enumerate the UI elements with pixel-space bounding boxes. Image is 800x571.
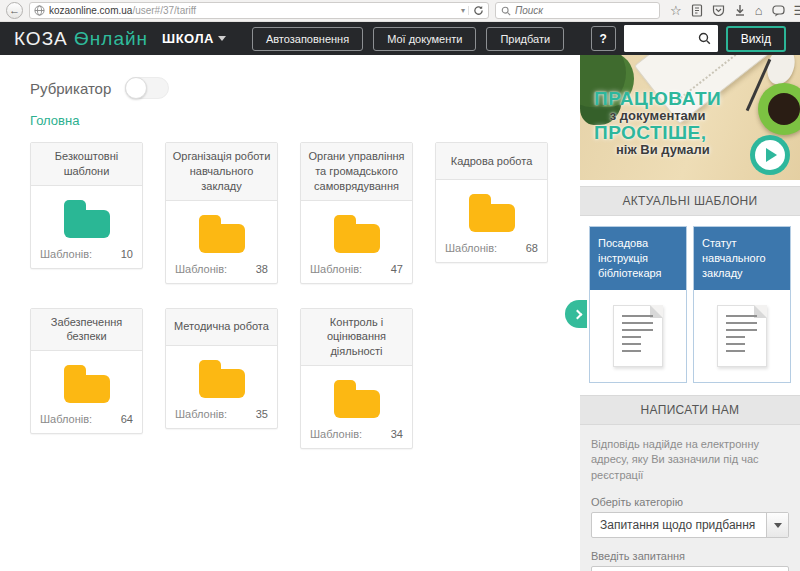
site-section-label: ШКОЛА: [162, 31, 214, 46]
write-us-form: Відповідь надійде на електронну адресу, …: [580, 425, 800, 571]
browser-action-icons: ☆ ⌂ ☰: [670, 4, 800, 17]
address-bar[interactable]: kozaonline.com.ua/user#/37/tariff ▾: [29, 2, 489, 19]
banner-line-4: ніж Ви думали: [594, 143, 721, 157]
download-icon[interactable]: [734, 4, 746, 17]
category-label: Оберіть категорію: [591, 496, 789, 508]
template-title: Посадова інструкція бібліотекаря: [590, 227, 686, 290]
promo-banner[interactable]: ПРАЦЮВАТИ з документами ПРОСТІШЕ, ніж Ви…: [580, 55, 800, 180]
templates-count-value: 64: [121, 413, 133, 425]
my-documents-button[interactable]: Мої документи: [373, 27, 476, 51]
templates-count-value: 35: [256, 408, 268, 420]
folders-row-1: Безкоштовні шаблони Шаблонів:10 Організа…: [30, 142, 580, 284]
logout-button[interactable]: Вихід: [726, 26, 786, 52]
app-header: КОЗА Ѳнлайн ШКОЛА Автозаповнення Мої док…: [0, 22, 800, 55]
autofill-button[interactable]: Автозаповнення: [252, 27, 363, 51]
url-host: kozaonline.com.ua: [49, 5, 132, 16]
folder-card[interactable]: Безкоштовні шаблони Шаблонів:10: [30, 142, 143, 269]
play-button[interactable]: [750, 135, 790, 175]
search-icon: [501, 6, 511, 16]
browser-search-input[interactable]: [515, 5, 654, 16]
write-us-note: Відповідь надійде на електронну адресу, …: [591, 437, 789, 485]
banner-line-3: ПРОСТІШЕ,: [594, 123, 721, 143]
chevron-down-icon: [774, 523, 782, 528]
document-icon: [613, 305, 663, 367]
folder-card[interactable]: Методична робота Шаблонів:35: [165, 308, 278, 429]
templates-count-label: Шаблонів:: [175, 408, 227, 420]
folder-title: Організація роботи навчального закладу: [166, 143, 277, 201]
folder-card[interactable]: Забезпечення безпеки Шаблонів:64: [30, 308, 143, 435]
banner-line-1: ПРАЦЮВАТИ: [594, 89, 721, 109]
templates-count-label: Шаблонів:: [40, 248, 92, 260]
menu-icon[interactable]: ☰: [794, 4, 800, 17]
template-card[interactable]: Статут навчального закладу: [693, 226, 791, 383]
url-dropdown-caret-icon[interactable]: ▾: [458, 6, 469, 15]
folder-title: Кадрова робота: [436, 143, 547, 180]
home-icon[interactable]: ⌂: [755, 4, 763, 17]
folder-icon: [469, 194, 515, 232]
folder-title: Контроль і оцінювання діяльності: [301, 309, 412, 367]
templates-count-label: Шаблонів:: [310, 428, 362, 440]
folder-icon: [64, 365, 110, 403]
templates-count-value: 68: [526, 242, 538, 254]
banner-line-2: з документами: [594, 109, 721, 123]
browser-search[interactable]: [495, 2, 660, 19]
search-icon: [698, 32, 711, 45]
help-button[interactable]: ?: [591, 26, 616, 51]
folder-title: Методична робота: [166, 309, 277, 346]
banner-text: ПРАЦЮВАТИ з документами ПРОСТІШЕ, ніж Ви…: [594, 89, 721, 156]
folder-title: Забезпечення безпеки: [31, 309, 142, 352]
site-search-input[interactable]: [624, 25, 692, 52]
purchase-button[interactable]: Придбати: [486, 27, 564, 51]
question-label: Введіть запитання: [591, 550, 789, 562]
actual-templates-header: АКТУАЛЬНІ ШАБЛОНИ: [580, 186, 800, 216]
category-selected-value: Запитання щодо придбання: [592, 513, 766, 537]
folder-card[interactable]: Органи управління та громадського самовр…: [300, 142, 413, 284]
category-select[interactable]: Запитання щодо придбання: [591, 512, 789, 538]
browser-toolbar: ← kozaonline.com.ua/user#/37/tariff ▾ ☆ …: [0, 0, 800, 22]
bookmarks-sidebar-icon[interactable]: [691, 4, 703, 17]
actual-templates-list: Посадова інструкція бібліотекаря Статут …: [580, 216, 800, 393]
folder-icon: [64, 200, 110, 238]
templates-count-label: Шаблонів:: [175, 263, 227, 275]
question-textarea[interactable]: [591, 566, 789, 571]
back-icon[interactable]: ←: [6, 2, 23, 19]
templates-count-label: Шаблонів:: [40, 413, 92, 425]
reload-icon[interactable]: [473, 5, 484, 16]
chat-icon[interactable]: [772, 5, 785, 17]
app-logo[interactable]: КОЗА Ѳнлайн: [14, 28, 148, 50]
coffee-cup-decoration: [758, 83, 800, 135]
header-right: ? Вихід: [591, 25, 786, 52]
folder-icon: [334, 380, 380, 418]
folder-card[interactable]: Організація роботи навчального закладу Ш…: [165, 142, 278, 284]
folder-card[interactable]: Контроль і оцінювання діяльності Шаблоні…: [300, 308, 413, 450]
templates-count-value: 38: [256, 263, 268, 275]
site-search-button[interactable]: [692, 25, 718, 52]
header-nav: Автозаповнення Мої документи Придбати: [252, 27, 564, 51]
folder-icon: [199, 360, 245, 398]
chevron-right-icon: [572, 309, 582, 319]
folder-card[interactable]: Кадрова робота Шаблонів:68: [435, 142, 548, 263]
folder-icon: [334, 215, 380, 253]
templates-count-label: Шаблонів:: [310, 263, 362, 275]
rubricator-label: Рубрикатор: [30, 80, 111, 97]
logo-primary: КОЗА: [14, 28, 68, 49]
breadcrumb-home-link[interactable]: Головна: [30, 113, 79, 128]
document-icon: [717, 305, 767, 367]
url-path: /user#/37/tariff: [132, 5, 196, 16]
template-card[interactable]: Посадова інструкція бібліотекаря: [589, 226, 687, 383]
main-content: Рубрикатор Головна Безкоштовні шаблони Ш…: [0, 55, 580, 571]
rubricator-toggle[interactable]: [125, 77, 169, 99]
pocket-icon[interactable]: [712, 4, 725, 17]
template-title: Статут навчального закладу: [694, 227, 790, 290]
bookmark-star-icon[interactable]: ☆: [670, 4, 682, 17]
select-dropdown-button[interactable]: [766, 513, 788, 537]
url-text: kozaonline.com.ua/user#/37/tariff: [49, 5, 454, 16]
sidebar-pull-tab[interactable]: [565, 300, 587, 328]
logo-accent: Ѳнлайн: [74, 28, 148, 49]
folder-title: Безкоштовні шаблони: [31, 143, 142, 186]
site-section-dropdown[interactable]: ШКОЛА: [162, 31, 226, 46]
chevron-down-icon: [218, 36, 226, 41]
globe-icon: [34, 5, 45, 16]
templates-count-label: Шаблонів:: [445, 242, 497, 254]
folder-title: Органи управління та громадського самовр…: [301, 143, 412, 201]
